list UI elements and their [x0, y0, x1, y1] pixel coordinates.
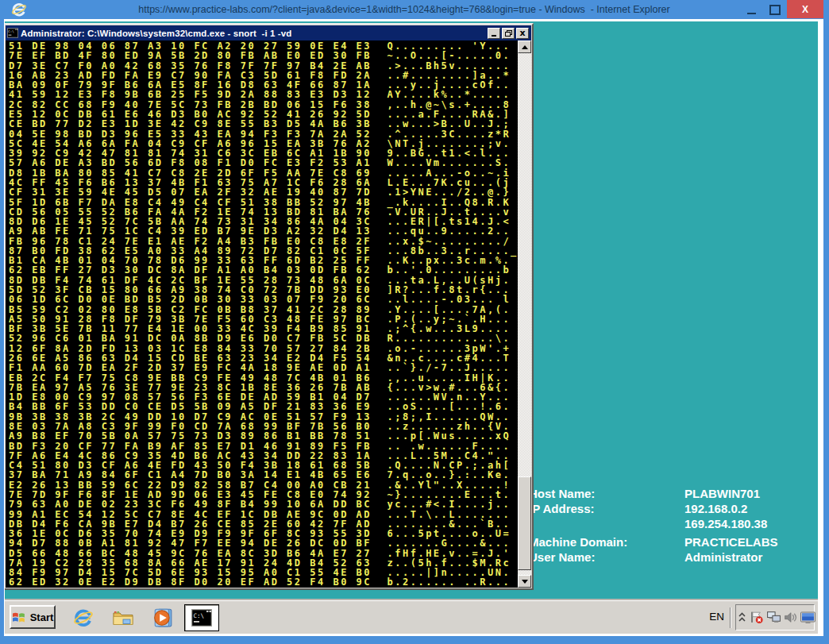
- browser-close-button[interactable]: X: [787, 0, 823, 18]
- host-info-row-value: Administrator: [684, 550, 762, 565]
- scrollbar-thumb[interactable]: [518, 476, 531, 570]
- browser-title: https://www.practice-labs.com/?client=ja…: [27, 4, 781, 15]
- host-info-row-label: Host Name:: [529, 486, 684, 501]
- network-icon[interactable]: [766, 611, 781, 624]
- browser-maximize-button[interactable]: [767, 0, 783, 19]
- media-player-icon[interactable]: [152, 607, 173, 628]
- svg-text:C:\: C:\: [194, 612, 205, 619]
- host-info-row-value: 192.168.0.2: [684, 501, 747, 516]
- scroll-up-button[interactable]: [518, 40, 531, 53]
- start-button[interactable]: Start: [10, 605, 56, 629]
- host-info-row: IP Address:192.168.0.2: [529, 501, 778, 516]
- hexdump-line: 06 1D 6C D0 0E BD B5 2D 0B 30 33 03 07 F…: [9, 295, 519, 304]
- cmd-close-button[interactable]: x: [516, 28, 529, 39]
- hexdump-line: 04 5E 98 BD D3 96 E5 33 43 EA 94 F3 F3 7…: [9, 129, 519, 139]
- cmd-titlebar[interactable]: C:\ Administrator: C:\Windows\system32\c…: [6, 25, 531, 40]
- desktop-host-info: Host Name:PLABWIN701IP Address:192.168.0…: [529, 486, 778, 565]
- minimize-icon: [747, 13, 756, 14]
- action-center-flag-alert-icon[interactable]: [749, 611, 764, 624]
- show-hidden-icons-chevron-icon[interactable]: [738, 611, 746, 624]
- close-icon: x: [519, 29, 525, 37]
- hexdump-line: 37 BA 71 A9 84 6F C1 A4 7D B0 3A 14 E1 4…: [9, 470, 519, 480]
- remote-desktop[interactable]: Host Name:PLABWIN701IP Address:192.168.0…: [5, 21, 818, 634]
- hexdump-line: CF 31 3E 59 4E 45 D5 07 EA 2F 32 AE 19 4…: [9, 187, 519, 197]
- cmd-window-title: Administrator: C:\Windows\system32\cmd.e…: [21, 29, 485, 38]
- arrow-up-icon: [522, 45, 528, 49]
- host-info-row: User Name:Administrator: [529, 550, 778, 565]
- svg-text:C:\: C:\: [8, 29, 14, 33]
- cmd-minimize-button[interactable]: [488, 28, 500, 39]
- windows-flag-icon: [12, 610, 28, 624]
- hexdump-line: 52 96 C6 01 BA 91 DC 0A 8B D9 E6 D0 C7 F…: [9, 334, 519, 343]
- taskbar-task-command-prompt[interactable]: C:\: [184, 604, 219, 631]
- hexdump-line: B4 BB 6F 53 DD C0 CE D5 5B 09 A5 DF 21 8…: [9, 402, 519, 411]
- system-tray: [735, 604, 815, 631]
- browser-viewport: Host Name:PLABWIN701IP Address:192.168.0…: [0, 19, 829, 644]
- internet-explorer-window: https://www.practice-labs.com/?client=ja…: [0, 0, 829, 644]
- hexdump-line: 62 EB FF 27 D3 30 DC 8A DF A1 A0 B4 03 0…: [9, 265, 519, 275]
- cmd-icon: C:\: [191, 609, 212, 627]
- volume-icon[interactable]: [784, 611, 797, 624]
- host-info-row-label: Machine Domain:: [529, 534, 684, 550]
- hexdump-line: EB 2C F4 F7 75 C8 9E BB C9 FE 49 48 7C 4…: [9, 373, 519, 383]
- hexdump-line: CE BD 77 D2 E3 1D 3E 42 C9 8E 55 B3 D5 4…: [9, 119, 519, 129]
- arrow-down-icon: [522, 580, 528, 584]
- hexdump-line: F1 AA 60 7D EA 2F 2D 37 E9 FC 4A 18 9E A…: [9, 363, 519, 372]
- hexdump-line: BD F3 20 CF 77 FA B9 AF 85 E7 D1 46 91 8…: [9, 442, 519, 451]
- minimize-icon: [492, 35, 496, 37]
- host-info-row: Host Name:PLABWIN701: [529, 486, 778, 501]
- hexdump-text: 51 DE 98 04 06 87 A3 10 FC A2 20 27 59 0…: [9, 41, 519, 588]
- hexdump-line: 79 63 A0 DE 02 23 3C F6 49 8F B4 99 10 6…: [9, 499, 519, 509]
- hexdump-line: 57 A6 DE A3 BD 56 6D F8 08 F1 D0 FC E3 F…: [9, 158, 519, 168]
- hexdump-line: 5F 1D 6B F7 DA E8 C4 49 C4 CF 51 38 BB 5…: [9, 198, 519, 207]
- file-explorer-icon[interactable]: [113, 607, 133, 628]
- host-info-row: Machine Domain:PRACTICELABS: [529, 534, 778, 550]
- host-info-row-label: User Name:: [529, 550, 684, 565]
- host-info-row-value: PRACTICELABS: [684, 534, 778, 550]
- host-info-row-label: IP Address:: [529, 501, 684, 516]
- hexdump-line: 62 ED 32 0E E2 D9 DB 8F D0 20 EF AD 52 F…: [9, 577, 519, 587]
- language-indicator[interactable]: EN: [709, 611, 724, 623]
- cmd-icon: C:\: [7, 28, 18, 38]
- hexdump-line: A9 B8 EF 70 5B 0A 57 75 73 D3 89 86 B1 B…: [9, 431, 519, 441]
- console-scrollbar[interactable]: [518, 40, 531, 588]
- maximize-icon: [769, 5, 781, 15]
- display-icon[interactable]: [800, 611, 816, 624]
- taskbar: Start: [5, 600, 818, 634]
- internet-explorer-logo-icon: [11, 2, 27, 17]
- hexdump-line: 41 59 12 E3 F8 9B 6B 25 F5 9D 2A 88 83 E…: [9, 90, 519, 99]
- restore-icon: [505, 30, 512, 37]
- tray-separator: [730, 607, 731, 628]
- hexdump-line: D7 3E C7 F0 A0 42 68 35 76 F8 7F 7F 97 B…: [9, 61, 519, 71]
- browser-minimize-button[interactable]: [743, 0, 759, 19]
- hexdump-line: 99 A1 EC 54 12 5C C7 8E 4C EF 1C DB AE 9…: [9, 510, 519, 519]
- host-info-row-value: PLABWIN701: [684, 486, 760, 501]
- start-label: Start: [30, 611, 54, 623]
- hexdump-line: A9 AB FE 71 75 1C C4 39 ED B7 9E D3 A2 3…: [9, 226, 519, 236]
- hexdump-line: 7E EF BD 4F 80 ED 9A 5B 2D 80 FB AB E0 E…: [9, 51, 519, 60]
- host-info-row-value: 169.254.180.38: [684, 516, 767, 531]
- cmd-window: C:\ Administrator: C:\Windows\system32\c…: [5, 23, 534, 590]
- cmd-restore-button[interactable]: [502, 28, 515, 39]
- scroll-down-button[interactable]: [518, 575, 531, 588]
- browser-titlebar[interactable]: https://www.practice-labs.com/?client=ja…: [0, 0, 829, 19]
- console-output[interactable]: 51 DE 98 04 06 87 A3 10 FC A2 20 27 59 0…: [6, 40, 531, 588]
- hexdump-line: 94 D7 88 0B A1 81 92 47 F7 EE 94 DE 26 D…: [9, 538, 519, 548]
- host-info-row: 169.254.180.38: [529, 516, 778, 531]
- internet-explorer-icon[interactable]: [73, 607, 94, 628]
- cmd-window-controls: x: [488, 28, 529, 39]
- host-info-row-label: [529, 516, 684, 531]
